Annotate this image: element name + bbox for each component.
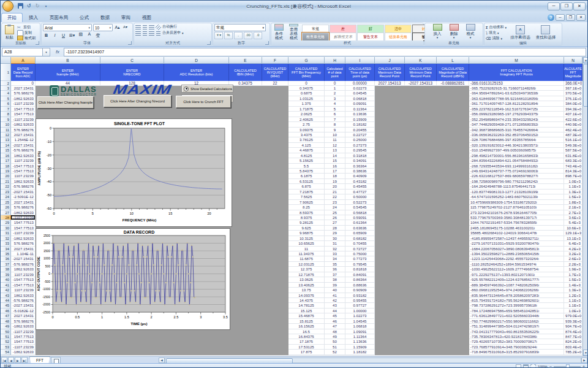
font-dialog-launcher-icon[interactable] <box>128 41 132 45</box>
tab-page-layout[interactable]: 页面布局 <box>44 13 74 22</box>
cell-I25[interactable]: 0.52273 <box>345 200 375 205</box>
gray-range-JL-row24[interactable] <box>375 194 469 199</box>
gray-range-JL-row11[interactable] <box>375 128 469 132</box>
cell-N41[interactable]: 1.4E+3 <box>564 283 582 288</box>
cell-M38[interactable]: -1030.49625622112+1609.27774968754i <box>469 267 564 272</box>
cell-M37[interactable]: -1110.28252464252+1894.5961534974i <box>469 262 564 267</box>
cell-N14[interactable]: 549.3E+0 <box>564 143 582 148</box>
cell-N28[interactable]: 3.6E+3 <box>564 215 582 220</box>
cell-M50[interactable]: -743.041317779043+460.861553506225i <box>469 329 564 334</box>
cell-N37[interactable]: 2.2E+3 <box>564 262 582 267</box>
row-header-50[interactable]: 50 <box>1 329 11 334</box>
formula-input[interactable]: -1107.23239414907 <box>64 48 586 56</box>
scroll-right-icon[interactable]: ▶ <box>581 358 587 363</box>
cell-G37[interactable]: 12.03125 <box>288 262 325 267</box>
cell-H29[interactable]: 27 <box>325 220 345 225</box>
cell-H10[interactable]: 8 <box>325 122 345 127</box>
workbook-close-button[interactable]: ✕ <box>576 14 586 21</box>
undo-icon[interactable]: ↺ <box>25 2 32 10</box>
cell-H17[interactable]: 15 <box>325 158 345 163</box>
cell-M39[interactable]: -971.2229275137+1393.80212071901i <box>469 272 564 277</box>
cell-N5[interactable]: 376.1E+0 <box>564 96 582 101</box>
gray-range-JL-row10[interactable] <box>375 122 469 127</box>
cell-A6[interactable]: -1107.23239 <box>11 101 36 106</box>
cell-M35[interactable]: -1394.35023598271+2889.23650654158i <box>469 251 564 256</box>
format-cells-button[interactable]: 格式▾ <box>464 24 477 40</box>
cell-A5[interactable]: -1862.92633 <box>11 96 36 101</box>
gray-range-JL-row18[interactable] <box>375 164 469 169</box>
cell-N11[interactable]: 462.4E+0 <box>564 128 582 132</box>
bold-button[interactable]: B <box>43 32 50 39</box>
cell-M29[interactable]: 1044.76702191457-5334.75678328595i <box>469 220 564 225</box>
column-header-H[interactable]: H <box>325 57 345 64</box>
cell-M12[interactable]: -336.065636232263-352.853706450152i <box>469 132 564 137</box>
row-header-29[interactable]: 29 <box>1 220 11 225</box>
row-header-1[interactable]: 1 <box>1 64 11 81</box>
cell-H27[interactable]: 25 <box>325 210 345 215</box>
cell-M5[interactable]: -363.618469967788-95.9216481018056i <box>469 96 564 101</box>
cell-A35[interactable]: 1.104E-11 <box>11 251 36 256</box>
autosum-button[interactable]: Σ自动求和▾ <box>486 25 507 30</box>
gray-range-JL-row22[interactable] <box>375 184 469 189</box>
row-header-23[interactable]: 23 <box>1 190 11 194</box>
cell-H1[interactable]: Calculated # of data point <box>325 64 345 81</box>
cell-G28[interactable]: 8.9375 <box>288 215 325 220</box>
cell-M26[interactable]: 115.779875249702-2127.87646105103i <box>469 205 564 210</box>
cell-M25[interactable]: 10.4759669386309-1754.53186729202i <box>469 200 564 205</box>
cell-A13[interactable]: 1.2546E-12 <box>11 137 36 142</box>
cell-N26[interactable]: 2.1E+3 <box>564 205 582 210</box>
style-bad[interactable]: 差 <box>330 25 356 33</box>
row-header-46[interactable]: 46 <box>1 309 11 313</box>
cell-H5[interactable]: 3 <box>325 96 345 101</box>
shrink-font-button[interactable]: A▾ <box>122 24 129 31</box>
row-header-43[interactable]: 43 <box>1 293 11 298</box>
cell-A9[interactable]: -1107.23239 <box>11 117 36 122</box>
cell-H19[interactable]: 17 <box>325 169 345 174</box>
cell-D1[interactable]: ENTER ADC Resolution (bits) <box>164 64 229 81</box>
cell-H43[interactable]: 41 <box>325 293 345 298</box>
prev-sheet-icon[interactable]: ◀ <box>8 357 14 363</box>
row-header-11[interactable]: 11 <box>1 128 11 132</box>
cell-N1[interactable]: CALCULATED FFT Magnitude <box>564 64 582 81</box>
row-header-3[interactable]: 3 <box>1 86 11 91</box>
button-changed-fsample[interactable]: Click Here After Changing fsample <box>37 96 94 109</box>
row-header-48[interactable]: 48 <box>1 319 11 324</box>
number-format-select[interactable]: 常规▾ <box>214 24 266 31</box>
align-center-icon[interactable] <box>143 31 147 36</box>
cell-A8[interactable]: 1547.77513 <box>11 112 36 117</box>
cell-M23[interactable]: -120.837749081313-1277.21328109199i <box>469 190 564 194</box>
row-header-51[interactable]: 51 <box>1 334 11 339</box>
cell-G5[interactable]: 1.03125 <box>288 96 325 101</box>
first-sheet-icon[interactable]: |◀ <box>1 357 7 363</box>
cell-A41[interactable]: -1547.77513 <box>11 283 36 288</box>
row-header-53[interactable]: 53 <box>1 345 11 350</box>
tab-data[interactable]: 数据 <box>95 13 115 22</box>
select-all-corner[interactable] <box>1 57 11 64</box>
cell-M18[interactable]: -268.729355443534-693.114999316182i <box>469 164 564 169</box>
cell-N18[interactable]: 743.4E+0 <box>564 164 582 169</box>
cell-M8[interactable]: -356.099923280965-197.276293943375i <box>469 112 564 117</box>
cell-H11[interactable]: 9 <box>325 128 345 132</box>
cell-G48[interactable]: 15.8125 <box>288 319 325 324</box>
cell-N16[interactable]: 631.8E+0 <box>564 153 582 158</box>
cell-A12[interactable]: 2027.15431 <box>11 132 36 137</box>
cell-H37[interactable]: 35 <box>325 262 345 267</box>
cell-A28[interactable]: -1107.23239 <box>11 215 36 220</box>
gray-range-JL-row44[interactable] <box>375 298 469 303</box>
cell-G1[interactable]: CALCULATED FFT Bin Frequency (MHz) <box>288 64 325 81</box>
cell-C1[interactable]: ENTER NRECORD <box>100 64 164 81</box>
cell-G8[interactable]: 2.0625 <box>288 112 325 117</box>
number-dialog-launcher-icon[interactable] <box>265 41 269 45</box>
gray-range-JL-row39[interactable] <box>375 272 469 277</box>
gray-range-JL-row40[interactable] <box>375 277 469 282</box>
qat-dropdown-icon[interactable]: ▾ <box>42 2 50 10</box>
cell-M33[interactable]: -2279.16707131031+5929.93200780476i <box>469 241 564 246</box>
copy-button[interactable]: 复制 <box>17 30 36 36</box>
row-header-39[interactable]: 39 <box>1 272 11 277</box>
gray-range-JL-row15[interactable] <box>375 148 469 153</box>
zoom-in-icon[interactable]: + <box>582 364 585 368</box>
clipboard-dialog-launcher-icon[interactable] <box>36 41 39 45</box>
cell-I2[interactable]: 0.00000 <box>345 81 375 86</box>
cell-M34[interactable]: -1684.22067056027+3890.08063945813i <box>469 247 564 251</box>
row-header-13[interactable]: 13 <box>1 137 11 142</box>
